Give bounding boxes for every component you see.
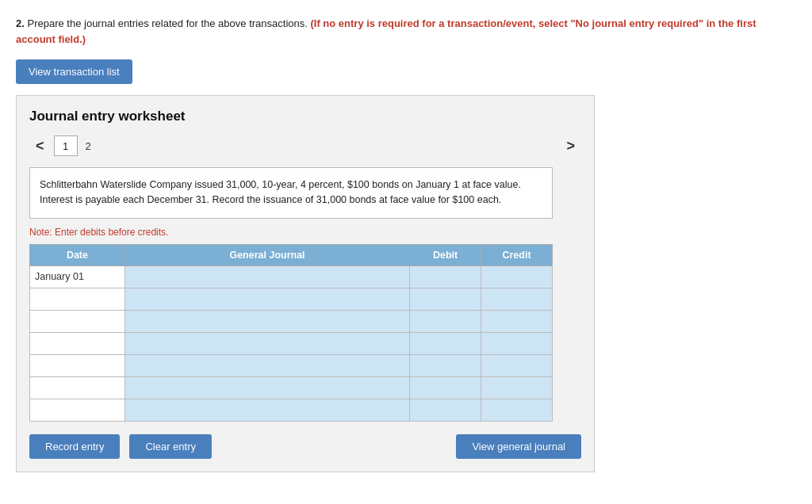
header-journal: General Journal [124, 244, 409, 265]
clear-entry-button[interactable]: Clear entry [129, 434, 212, 459]
cell-credit[interactable] [481, 265, 553, 288]
next-page-number[interactable]: 2 [86, 140, 91, 152]
cell-debit[interactable] [410, 265, 481, 288]
credit-input[interactable] [486, 338, 547, 349]
journal-input[interactable] [130, 382, 404, 393]
journal-input[interactable] [130, 293, 404, 304]
cell-date [30, 399, 125, 421]
scenario-text: Schlitterbahn Waterslide Company issued … [40, 179, 521, 205]
cell-credit[interactable] [481, 288, 553, 310]
cell-journal[interactable] [124, 288, 409, 310]
cell-credit[interactable] [481, 354, 553, 376]
cell-debit[interactable] [410, 332, 481, 354]
debit-input[interactable] [415, 338, 476, 349]
debit-input[interactable] [415, 315, 476, 326]
table-row: January 01 [30, 265, 553, 288]
credit-input[interactable] [486, 293, 547, 304]
credit-input[interactable] [486, 271, 547, 282]
cell-date [30, 288, 125, 310]
debit-input[interactable] [415, 360, 476, 371]
table-row [30, 288, 553, 310]
credit-input[interactable] [486, 404, 547, 415]
cell-journal[interactable] [124, 354, 409, 376]
header-date: Date [30, 244, 125, 265]
worksheet-title: Journal entry worksheet [29, 109, 581, 124]
note-text: Note: Enter debits before credits. [29, 227, 581, 238]
question-header: 2. Prepare the journal entries related f… [16, 16, 796, 47]
debit-input[interactable] [415, 404, 476, 415]
cell-journal[interactable] [124, 399, 409, 421]
record-entry-button[interactable]: Record entry [29, 434, 120, 459]
table-row [30, 310, 553, 332]
cell-credit[interactable] [481, 332, 553, 354]
header-debit: Debit [410, 244, 481, 265]
worksheet-container: Journal entry worksheet < 1 2 > Schlitte… [16, 95, 595, 472]
view-general-journal-button[interactable]: View general journal [456, 434, 581, 459]
cell-debit[interactable] [410, 310, 481, 332]
table-row [30, 399, 553, 421]
button-row: Record entry Clear entry View general jo… [29, 434, 581, 459]
cell-debit[interactable] [410, 288, 481, 310]
cell-journal[interactable] [124, 332, 409, 354]
cell-journal[interactable] [124, 265, 409, 288]
question-text: Prepare the journal entries related for … [27, 17, 310, 29]
cell-debit[interactable] [410, 399, 481, 421]
header-credit: Credit [481, 244, 553, 265]
cell-date [30, 376, 125, 399]
table-row [30, 376, 553, 399]
current-page-number: 1 [63, 140, 68, 152]
cell-journal[interactable] [124, 310, 409, 332]
cell-journal[interactable] [124, 376, 409, 399]
journal-input[interactable] [130, 315, 404, 326]
cell-credit[interactable] [481, 310, 553, 332]
journal-table: Date General Journal Debit Credit Januar… [29, 244, 553, 422]
current-page-box: 1 [54, 136, 78, 156]
debit-input[interactable] [415, 271, 476, 282]
nav-left-arrow[interactable]: < [29, 136, 51, 156]
cell-credit[interactable] [481, 376, 553, 399]
journal-input[interactable] [130, 360, 404, 371]
question-number: 2. [16, 17, 25, 29]
table-row [30, 332, 553, 354]
scenario-box: Schlitterbahn Waterslide Company issued … [29, 167, 553, 219]
view-transaction-button[interactable]: View transaction list [16, 59, 132, 84]
credit-input[interactable] [486, 360, 547, 371]
cell-credit[interactable] [481, 399, 553, 421]
nav-right-arrow[interactable]: > [560, 136, 581, 156]
debit-input[interactable] [415, 382, 476, 393]
journal-input[interactable] [130, 338, 404, 349]
cell-date [30, 354, 125, 376]
table-row [30, 354, 553, 376]
debit-input[interactable] [415, 293, 476, 304]
journal-input[interactable] [130, 271, 404, 282]
cell-debit[interactable] [410, 354, 481, 376]
journal-input[interactable] [130, 404, 404, 415]
cell-debit[interactable] [410, 376, 481, 399]
nav-row: < 1 2 > [29, 136, 581, 156]
credit-input[interactable] [486, 315, 547, 326]
cell-date [30, 310, 125, 332]
credit-input[interactable] [486, 382, 547, 393]
cell-date [30, 332, 125, 354]
cell-date: January 01 [30, 265, 125, 288]
